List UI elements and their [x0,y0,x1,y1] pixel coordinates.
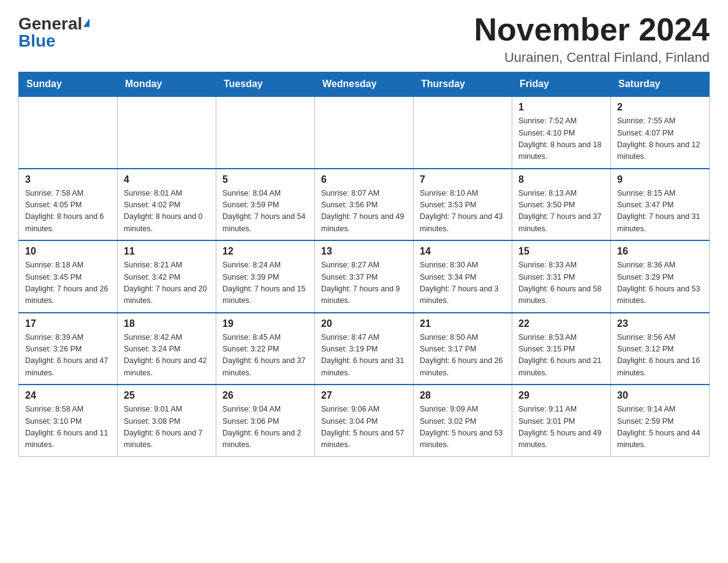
day-info: Sunrise: 9:01 AM Sunset: 3:08 PM Dayligh… [124,404,210,451]
calendar-cell: 29Sunrise: 9:11 AM Sunset: 3:01 PM Dayli… [512,385,611,456]
day-info: Sunrise: 7:52 AM Sunset: 4:10 PM Dayligh… [518,115,604,163]
day-number: 7 [420,174,506,185]
weekday-header-monday: Monday [118,72,216,97]
day-number: 26 [222,390,308,401]
month-title: November 2024 [474,12,710,47]
weekday-header-wednesday: Wednesday [315,72,414,97]
day-number: 15 [518,246,604,257]
day-info: Sunrise: 8:18 AM Sunset: 3:45 PM Dayligh… [25,259,111,307]
calendar-week-row: 3Sunrise: 7:58 AM Sunset: 4:05 PM Daylig… [19,169,710,241]
day-info: Sunrise: 8:04 AM Sunset: 3:59 PM Dayligh… [222,188,308,236]
logo-triangle-icon [83,18,89,27]
day-number: 8 [518,174,604,185]
day-number: 6 [321,174,407,185]
day-number: 18 [124,318,210,329]
calendar-cell: 15Sunrise: 8:33 AM Sunset: 3:31 PM Dayli… [512,240,611,313]
calendar-cell: 14Sunrise: 8:30 AM Sunset: 3:34 PM Dayli… [414,240,512,313]
calendar-cell: 21Sunrise: 8:50 AM Sunset: 3:17 PM Dayli… [414,313,512,385]
day-info: Sunrise: 9:11 AM Sunset: 3:01 PM Dayligh… [518,404,604,451]
day-number: 4 [124,174,210,185]
calendar-cell: 10Sunrise: 8:18 AM Sunset: 3:45 PM Dayli… [19,240,118,313]
calendar-cell: 12Sunrise: 8:24 AM Sunset: 3:39 PM Dayli… [216,240,315,313]
day-number: 27 [321,390,407,401]
title-section: November 2024 Uurainen, Central Finland,… [474,12,710,66]
calendar-cell: 26Sunrise: 9:04 AM Sunset: 3:06 PM Dayli… [216,385,315,456]
day-number: 17 [25,318,111,329]
day-number: 10 [25,246,111,257]
day-info: Sunrise: 8:58 AM Sunset: 3:10 PM Dayligh… [25,404,111,451]
calendar-cell: 13Sunrise: 8:27 AM Sunset: 3:37 PM Dayli… [315,240,414,313]
day-number: 1 [518,102,604,113]
day-number: 29 [518,390,604,401]
calendar-cell [19,96,118,169]
calendar-cell: 5Sunrise: 8:04 AM Sunset: 3:59 PM Daylig… [216,169,315,241]
calendar-cell: 8Sunrise: 8:13 AM Sunset: 3:50 PM Daylig… [512,169,611,241]
weekday-header-saturday: Saturday [611,72,710,97]
day-info: Sunrise: 8:15 AM Sunset: 3:47 PM Dayligh… [617,188,703,236]
calendar-week-row: 24Sunrise: 8:58 AM Sunset: 3:10 PM Dayli… [19,385,710,456]
day-info: Sunrise: 8:24 AM Sunset: 3:39 PM Dayligh… [222,259,308,307]
calendar-week-row: 1Sunrise: 7:52 AM Sunset: 4:10 PM Daylig… [19,96,710,169]
day-info: Sunrise: 9:09 AM Sunset: 3:02 PM Dayligh… [420,404,506,451]
day-info: Sunrise: 8:30 AM Sunset: 3:34 PM Dayligh… [420,259,506,307]
calendar-cell: 1Sunrise: 7:52 AM Sunset: 4:10 PM Daylig… [512,96,611,169]
day-number: 5 [222,174,308,185]
day-info: Sunrise: 8:10 AM Sunset: 3:53 PM Dayligh… [420,188,506,236]
day-info: Sunrise: 8:07 AM Sunset: 3:56 PM Dayligh… [321,188,407,236]
calendar-cell: 24Sunrise: 8:58 AM Sunset: 3:10 PM Dayli… [19,385,118,456]
day-info: Sunrise: 8:01 AM Sunset: 4:02 PM Dayligh… [124,188,210,236]
calendar-week-row: 10Sunrise: 8:18 AM Sunset: 3:45 PM Dayli… [19,240,710,313]
logo-blue: Blue [18,33,56,50]
day-number: 24 [25,390,111,401]
day-number: 11 [124,246,210,257]
day-number: 22 [518,318,604,329]
page-header: General Blue November 2024 Uurainen, Cen… [18,12,710,66]
calendar-cell: 27Sunrise: 9:06 AM Sunset: 3:04 PM Dayli… [315,385,414,456]
weekday-header-tuesday: Tuesday [216,72,315,97]
day-number: 28 [420,390,506,401]
calendar-cell: 16Sunrise: 8:36 AM Sunset: 3:29 PM Dayli… [611,240,710,313]
calendar-cell: 19Sunrise: 8:45 AM Sunset: 3:22 PM Dayli… [216,313,315,385]
logo-general: General [18,15,82,33]
day-number: 14 [420,246,506,257]
calendar-cell: 20Sunrise: 8:47 AM Sunset: 3:19 PM Dayli… [315,313,414,385]
location-title: Uurainen, Central Finland, Finland [474,50,710,66]
day-info: Sunrise: 8:53 AM Sunset: 3:15 PM Dayligh… [518,332,604,380]
day-info: Sunrise: 8:45 AM Sunset: 3:22 PM Dayligh… [222,332,308,380]
day-number: 25 [124,390,210,401]
calendar-cell [414,96,512,169]
day-number: 20 [321,318,407,329]
day-number: 19 [222,318,308,329]
day-number: 16 [617,246,703,257]
calendar-cell: 28Sunrise: 9:09 AM Sunset: 3:02 PM Dayli… [414,385,512,456]
day-info: Sunrise: 8:33 AM Sunset: 3:31 PM Dayligh… [518,259,604,307]
logo: General Blue [18,12,89,50]
day-info: Sunrise: 8:36 AM Sunset: 3:29 PM Dayligh… [617,259,703,307]
weekday-header-row: SundayMondayTuesdayWednesdayThursdayFrid… [19,72,710,97]
day-number: 12 [222,246,308,257]
day-info: Sunrise: 8:13 AM Sunset: 3:50 PM Dayligh… [518,188,604,236]
day-info: Sunrise: 8:39 AM Sunset: 3:26 PM Dayligh… [25,332,111,380]
calendar-cell: 25Sunrise: 9:01 AM Sunset: 3:08 PM Dayli… [118,385,216,456]
calendar-cell: 3Sunrise: 7:58 AM Sunset: 4:05 PM Daylig… [19,169,118,241]
calendar-cell: 23Sunrise: 8:56 AM Sunset: 3:12 PM Dayli… [611,313,710,385]
day-info: Sunrise: 9:04 AM Sunset: 3:06 PM Dayligh… [222,404,308,451]
calendar-cell: 4Sunrise: 8:01 AM Sunset: 4:02 PM Daylig… [118,169,216,241]
day-number: 2 [617,102,703,113]
day-info: Sunrise: 9:14 AM Sunset: 2:59 PM Dayligh… [617,404,703,451]
day-info: Sunrise: 8:27 AM Sunset: 3:37 PM Dayligh… [321,259,407,307]
calendar-cell: 11Sunrise: 8:21 AM Sunset: 3:42 PM Dayli… [118,240,216,313]
calendar-cell [315,96,414,169]
day-number: 13 [321,246,407,257]
calendar-cell [118,96,216,169]
calendar-cell: 9Sunrise: 8:15 AM Sunset: 3:47 PM Daylig… [611,169,710,241]
day-info: Sunrise: 9:06 AM Sunset: 3:04 PM Dayligh… [321,404,407,451]
day-number: 21 [420,318,506,329]
day-number: 23 [617,318,703,329]
calendar-cell [216,96,315,169]
calendar-cell: 2Sunrise: 7:55 AM Sunset: 4:07 PM Daylig… [611,96,710,169]
day-info: Sunrise: 8:50 AM Sunset: 3:17 PM Dayligh… [420,332,506,380]
calendar-cell: 6Sunrise: 8:07 AM Sunset: 3:56 PM Daylig… [315,169,414,241]
day-number: 30 [617,390,703,401]
calendar-table: SundayMondayTuesdayWednesdayThursdayFrid… [18,72,710,457]
